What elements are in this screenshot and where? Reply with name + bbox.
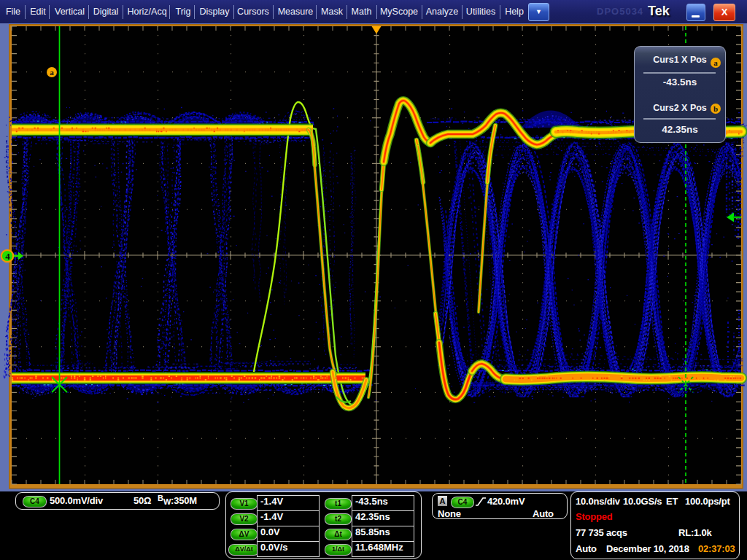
svg-text:4: 4 xyxy=(5,251,10,262)
svg-text:a: a xyxy=(50,68,54,77)
